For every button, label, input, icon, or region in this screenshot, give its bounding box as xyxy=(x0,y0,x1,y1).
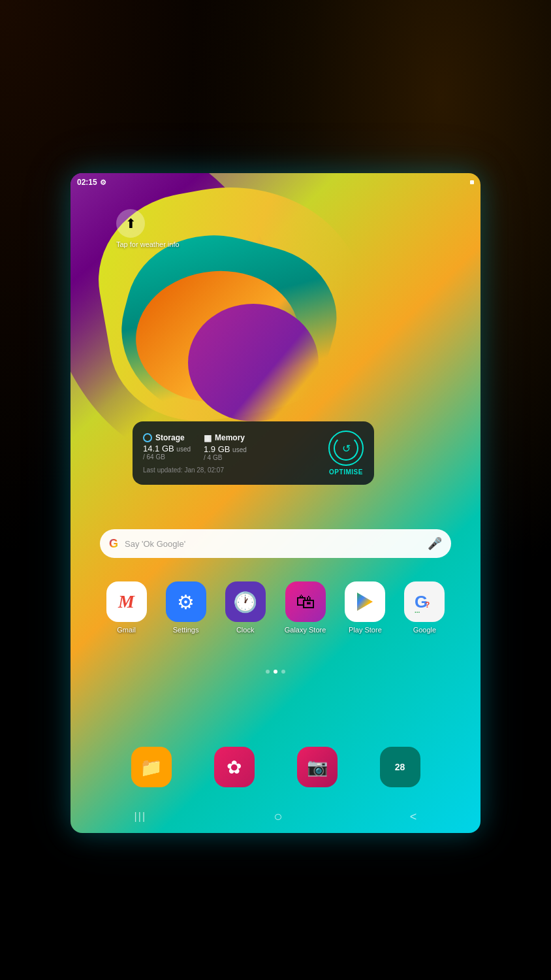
storage-value: 14.1 GB used xyxy=(143,444,191,453)
back-button[interactable]: < xyxy=(410,810,417,824)
memory-total: / 4 GB xyxy=(204,454,247,461)
device-care-left: Storage 14.1 GB used / 64 GB ▦ Memor xyxy=(143,433,321,474)
page-indicator xyxy=(71,670,480,674)
battery-icon xyxy=(470,180,474,184)
device-care-widget[interactable]: Storage 14.1 GB used / 64 GB ▦ Memor xyxy=(133,421,374,485)
dock-item-calendar[interactable]: 28 xyxy=(380,747,420,787)
storage-title: Storage xyxy=(143,433,191,442)
dock-item-screenshot[interactable]: 📷 xyxy=(297,747,338,787)
bixby-icon: ✿ xyxy=(214,747,255,787)
play-store-icon xyxy=(345,581,385,622)
last-updated: Last updated: Jan 28, 02:07 xyxy=(143,466,321,474)
memory-value: 1.9 GB used xyxy=(204,444,247,454)
weather-widget[interactable]: ⬆ Tap for weather info xyxy=(116,209,180,248)
weather-icon: ⬆ xyxy=(116,209,145,238)
app-item-play-store[interactable]: Play Store xyxy=(345,581,385,634)
recent-apps-button[interactable]: ||| xyxy=(134,811,146,823)
optimise-circle: ↺ xyxy=(328,431,364,466)
memory-title: ▦ Memory xyxy=(204,433,247,443)
calendar-date: 28 xyxy=(395,762,405,772)
memory-section: ▦ Memory 1.9 GB used / 4 GB xyxy=(204,433,247,461)
play-store-label: Play Store xyxy=(349,626,382,634)
google-label: Google xyxy=(413,626,436,634)
files-icon: 📁 xyxy=(131,747,172,787)
optimise-label: OPTIMISE xyxy=(329,468,363,476)
dock-item-files[interactable]: 📁 xyxy=(131,747,172,787)
clock-label: Clock xyxy=(236,626,255,634)
svg-text:?: ? xyxy=(425,600,430,610)
app-item-galaxy-store[interactable]: 🛍 Galaxy Store xyxy=(285,581,326,634)
google-logo: G xyxy=(109,537,118,551)
settings-label: Settings xyxy=(173,626,199,634)
search-placeholder: Say 'Ok Google' xyxy=(125,539,421,549)
galaxy-store-icon: 🛍 xyxy=(285,581,326,622)
app-item-settings[interactable]: ⚙ Settings xyxy=(166,581,206,634)
page-dot-1 xyxy=(266,670,270,674)
time-display: 02:15 xyxy=(77,178,97,187)
gmail-label: Gmail xyxy=(117,626,136,634)
weather-tap-text: Tap for weather info xyxy=(116,240,180,248)
settings-icon: ⚙ xyxy=(166,581,206,622)
status-bar: 02:15 ⚙ xyxy=(71,173,480,191)
svg-text:...: ... xyxy=(415,607,420,613)
nav-bar: ||| ○ < xyxy=(71,800,480,833)
app-item-clock[interactable]: 🕐 Clock xyxy=(225,581,266,634)
dock-item-bixby[interactable]: ✿ xyxy=(214,747,255,787)
app-grid: M Gmail ⚙ Settings 🕐 Clock xyxy=(97,581,454,634)
screenshot-icon: 📷 xyxy=(297,747,338,787)
google-icon: G ? ... xyxy=(404,581,445,622)
calendar-icon: 28 xyxy=(380,747,420,787)
status-icons xyxy=(470,180,474,184)
galaxy-store-label: Galaxy Store xyxy=(285,626,326,634)
dock: 📁 ✿ 📷 28 xyxy=(71,747,480,787)
microphone-icon[interactable]: 🎤 xyxy=(428,536,442,551)
status-time: 02:15 ⚙ xyxy=(77,178,106,187)
device-care-row: Storage 14.1 GB used / 64 GB ▦ Memor xyxy=(143,433,321,461)
wallpaper-shape5 xyxy=(188,304,319,421)
memory-icon: ▦ xyxy=(204,433,212,443)
storage-section: Storage 14.1 GB used / 64 GB xyxy=(143,433,191,461)
settings-status-icon: ⚙ xyxy=(100,178,106,187)
outer-frame: 02:15 ⚙ ⬆ Tap for weather info xyxy=(0,0,551,980)
home-button[interactable]: ○ xyxy=(274,808,282,825)
storage-total: / 64 GB xyxy=(143,453,191,461)
screen: 02:15 ⚙ ⬆ Tap for weather info xyxy=(71,173,480,833)
page-dot-3 xyxy=(281,670,285,674)
search-bar[interactable]: G Say 'Ok Google' 🎤 xyxy=(100,529,451,558)
svg-marker-0 xyxy=(357,593,373,611)
optimise-inner-icon: ↺ xyxy=(334,436,358,461)
tablet-device: 02:15 ⚙ ⬆ Tap for weather info xyxy=(71,173,480,833)
optimise-button[interactable]: ↺ OPTIMISE xyxy=(328,431,364,476)
gmail-icon: M xyxy=(106,581,147,622)
app-item-gmail[interactable]: M Gmail xyxy=(106,581,147,634)
storage-icon xyxy=(143,433,152,442)
page-dot-2 xyxy=(274,670,277,674)
app-item-google[interactable]: G ? ... Google xyxy=(404,581,445,634)
clock-icon: 🕐 xyxy=(225,581,266,622)
